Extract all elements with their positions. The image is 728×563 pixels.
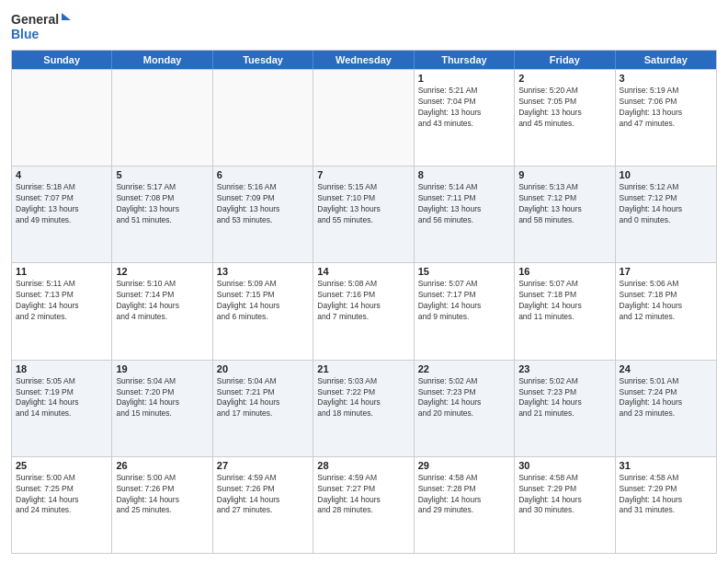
day-info: Sunrise: 5:11 AM Sunset: 7:13 PM Dayligh… xyxy=(16,279,108,323)
calendar-row-2: 11Sunrise: 5:11 AM Sunset: 7:13 PM Dayli… xyxy=(12,262,716,359)
calendar-cell: 16Sunrise: 5:07 AM Sunset: 7:18 PM Dayli… xyxy=(515,263,615,359)
day-info: Sunrise: 5:08 AM Sunset: 7:16 PM Dayligh… xyxy=(317,279,409,323)
day-info: Sunrise: 5:12 AM Sunset: 7:12 PM Dayligh… xyxy=(620,182,712,226)
day-number: 3 xyxy=(620,73,712,84)
calendar-cell: 28Sunrise: 4:59 AM Sunset: 7:27 PM Dayli… xyxy=(313,457,414,553)
svg-text:General: General xyxy=(11,12,59,27)
logo: GeneralBlue xyxy=(11,9,75,44)
calendar-cell: 2Sunrise: 5:20 AM Sunset: 7:05 PM Daylig… xyxy=(515,70,615,166)
day-info: Sunrise: 5:10 AM Sunset: 7:14 PM Dayligh… xyxy=(116,279,208,323)
calendar-cell: 10Sunrise: 5:12 AM Sunset: 7:12 PM Dayli… xyxy=(616,167,716,262)
day-info: Sunrise: 5:21 AM Sunset: 7:04 PM Dayligh… xyxy=(418,86,510,130)
day-number: 8 xyxy=(418,169,510,180)
header-day-saturday: Saturday xyxy=(616,51,716,69)
svg-text:Blue: Blue xyxy=(11,27,40,41)
day-info: Sunrise: 5:16 AM Sunset: 7:09 PM Dayligh… xyxy=(217,182,309,226)
calendar-cell: 31Sunrise: 4:58 AM Sunset: 7:29 PM Dayli… xyxy=(616,457,716,553)
day-info: Sunrise: 4:58 AM Sunset: 7:29 PM Dayligh… xyxy=(620,473,712,517)
calendar-cell: 26Sunrise: 5:00 AM Sunset: 7:26 PM Dayli… xyxy=(112,457,212,553)
calendar-row-1: 4Sunrise: 5:18 AM Sunset: 7:07 PM Daylig… xyxy=(12,166,716,262)
day-number: 23 xyxy=(518,363,610,374)
day-info: Sunrise: 5:18 AM Sunset: 7:07 PM Dayligh… xyxy=(16,182,108,226)
day-number: 10 xyxy=(620,169,712,180)
calendar-cell: 22Sunrise: 5:02 AM Sunset: 7:23 PM Dayli… xyxy=(415,361,515,456)
header-day-wednesday: Wednesday xyxy=(313,51,414,69)
day-info: Sunrise: 4:59 AM Sunset: 7:27 PM Dayligh… xyxy=(317,473,409,517)
calendar-cell: 6Sunrise: 5:16 AM Sunset: 7:09 PM Daylig… xyxy=(213,167,313,262)
logo-svg: GeneralBlue xyxy=(11,9,75,44)
day-info: Sunrise: 5:07 AM Sunset: 7:17 PM Dayligh… xyxy=(418,279,510,323)
day-number: 16 xyxy=(518,266,610,277)
day-number: 17 xyxy=(620,266,712,277)
calendar-cell xyxy=(12,70,112,166)
calendar-cell: 11Sunrise: 5:11 AM Sunset: 7:13 PM Dayli… xyxy=(12,263,112,359)
day-number: 19 xyxy=(116,363,208,374)
day-number: 11 xyxy=(16,266,108,277)
day-info: Sunrise: 5:04 AM Sunset: 7:20 PM Dayligh… xyxy=(116,376,208,420)
day-info: Sunrise: 5:00 AM Sunset: 7:26 PM Dayligh… xyxy=(116,473,208,517)
day-info: Sunrise: 5:15 AM Sunset: 7:10 PM Dayligh… xyxy=(317,182,409,226)
calendar-row-3: 18Sunrise: 5:05 AM Sunset: 7:19 PM Dayli… xyxy=(12,360,716,456)
calendar-cell: 13Sunrise: 5:09 AM Sunset: 7:15 PM Dayli… xyxy=(213,263,313,359)
day-number: 29 xyxy=(418,460,510,471)
header-day-friday: Friday xyxy=(515,51,615,69)
day-info: Sunrise: 5:19 AM Sunset: 7:06 PM Dayligh… xyxy=(620,86,712,130)
calendar-cell: 27Sunrise: 4:59 AM Sunset: 7:26 PM Dayli… xyxy=(213,457,313,553)
day-number: 31 xyxy=(620,460,712,471)
day-info: Sunrise: 5:06 AM Sunset: 7:18 PM Dayligh… xyxy=(620,279,712,323)
day-number: 12 xyxy=(116,266,208,277)
day-number: 26 xyxy=(116,460,208,471)
day-number: 18 xyxy=(16,363,108,374)
day-number: 27 xyxy=(217,460,309,471)
day-number: 24 xyxy=(620,363,712,374)
day-info: Sunrise: 5:00 AM Sunset: 7:25 PM Dayligh… xyxy=(16,473,108,517)
day-info: Sunrise: 5:07 AM Sunset: 7:18 PM Dayligh… xyxy=(518,279,610,323)
calendar-cell: 3Sunrise: 5:19 AM Sunset: 7:06 PM Daylig… xyxy=(616,70,716,166)
day-number: 13 xyxy=(217,266,309,277)
day-info: Sunrise: 5:13 AM Sunset: 7:12 PM Dayligh… xyxy=(518,182,610,226)
day-info: Sunrise: 5:02 AM Sunset: 7:23 PM Dayligh… xyxy=(418,376,510,420)
day-info: Sunrise: 5:05 AM Sunset: 7:19 PM Dayligh… xyxy=(16,376,108,420)
day-info: Sunrise: 5:03 AM Sunset: 7:22 PM Dayligh… xyxy=(317,376,409,420)
day-info: Sunrise: 5:17 AM Sunset: 7:08 PM Dayligh… xyxy=(116,182,208,226)
calendar-row-4: 25Sunrise: 5:00 AM Sunset: 7:25 PM Dayli… xyxy=(12,456,716,553)
calendar-cell: 30Sunrise: 4:58 AM Sunset: 7:29 PM Dayli… xyxy=(515,457,615,553)
calendar-cell xyxy=(213,70,313,166)
header-day-sunday: Sunday xyxy=(12,51,112,69)
day-info: Sunrise: 5:09 AM Sunset: 7:15 PM Dayligh… xyxy=(217,279,309,323)
calendar-cell: 25Sunrise: 5:00 AM Sunset: 7:25 PM Dayli… xyxy=(12,457,112,553)
calendar-cell xyxy=(112,70,212,166)
day-info: Sunrise: 5:04 AM Sunset: 7:21 PM Dayligh… xyxy=(217,376,309,420)
calendar-cell: 1Sunrise: 5:21 AM Sunset: 7:04 PM Daylig… xyxy=(415,70,515,166)
day-number: 21 xyxy=(317,363,409,374)
day-info: Sunrise: 5:01 AM Sunset: 7:24 PM Dayligh… xyxy=(620,376,712,420)
calendar-body: 1Sunrise: 5:21 AM Sunset: 7:04 PM Daylig… xyxy=(12,69,716,553)
day-number: 4 xyxy=(16,169,108,180)
day-number: 2 xyxy=(518,73,610,84)
header-day-tuesday: Tuesday xyxy=(213,51,313,69)
day-number: 1 xyxy=(418,73,510,84)
day-number: 28 xyxy=(317,460,409,471)
page: GeneralBlue SundayMondayTuesdayWednesday… xyxy=(0,0,728,563)
day-number: 9 xyxy=(518,169,610,180)
day-number: 6 xyxy=(217,169,309,180)
calendar-cell xyxy=(313,70,414,166)
day-info: Sunrise: 4:59 AM Sunset: 7:26 PM Dayligh… xyxy=(217,473,309,517)
calendar-cell: 20Sunrise: 5:04 AM Sunset: 7:21 PM Dayli… xyxy=(213,361,313,456)
calendar-cell: 17Sunrise: 5:06 AM Sunset: 7:18 PM Dayli… xyxy=(616,263,716,359)
calendar-cell: 18Sunrise: 5:05 AM Sunset: 7:19 PM Dayli… xyxy=(12,361,112,456)
day-number: 30 xyxy=(518,460,610,471)
calendar-cell: 5Sunrise: 5:17 AM Sunset: 7:08 PM Daylig… xyxy=(112,167,212,262)
header: GeneralBlue xyxy=(11,9,717,44)
calendar-cell: 21Sunrise: 5:03 AM Sunset: 7:22 PM Dayli… xyxy=(313,361,414,456)
header-day-thursday: Thursday xyxy=(415,51,515,69)
day-number: 25 xyxy=(16,460,108,471)
day-number: 20 xyxy=(217,363,309,374)
calendar-cell: 12Sunrise: 5:10 AM Sunset: 7:14 PM Dayli… xyxy=(112,263,212,359)
calendar-cell: 4Sunrise: 5:18 AM Sunset: 7:07 PM Daylig… xyxy=(12,167,112,262)
calendar-cell: 15Sunrise: 5:07 AM Sunset: 7:17 PM Dayli… xyxy=(415,263,515,359)
calendar-cell: 19Sunrise: 5:04 AM Sunset: 7:20 PM Dayli… xyxy=(112,361,212,456)
day-number: 15 xyxy=(418,266,510,277)
day-info: Sunrise: 4:58 AM Sunset: 7:29 PM Dayligh… xyxy=(518,473,610,517)
calendar-cell: 9Sunrise: 5:13 AM Sunset: 7:12 PM Daylig… xyxy=(515,167,615,262)
